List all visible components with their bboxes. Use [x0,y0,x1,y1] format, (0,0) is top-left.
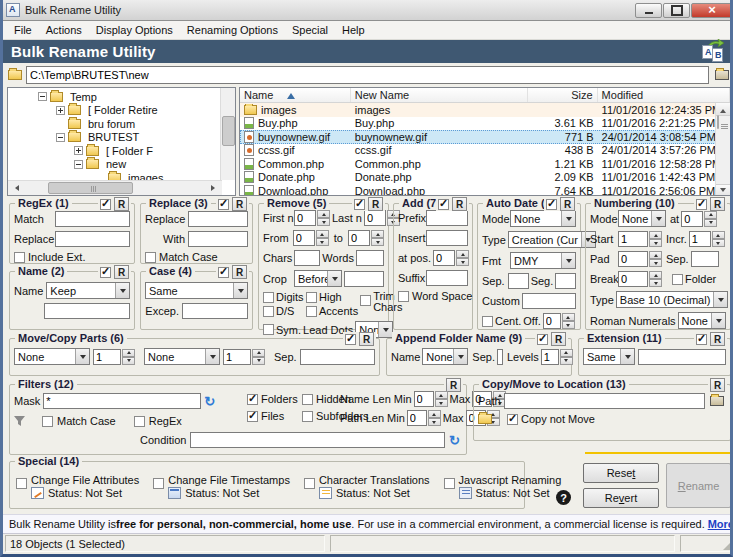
remove-high-checkbox[interactable] [306,292,317,303]
append-folder-reset-button[interactable]: R [551,332,566,346]
move-copy-part1-dropdown[interactable]: None [14,348,90,365]
numbering-break-spinner[interactable] [618,271,662,287]
spin-down-icon[interactable] [562,321,575,329]
javascript-renaming-checkbox[interactable] [444,478,455,489]
chevron-down-icon[interactable] [453,349,467,364]
case-reset-button[interactable]: R [232,265,247,279]
spin-up-icon[interactable] [712,231,725,239]
name-enable-checkbox[interactable] [100,267,111,278]
regex-replace-input[interactable] [55,231,130,247]
filters-mask-input[interactable] [43,393,201,409]
extension-mode-dropdown[interactable]: Same [583,348,635,365]
spin-down-icon[interactable] [560,357,573,365]
replace-search-input[interactable] [188,211,248,227]
filters-condition-input[interactable] [190,432,445,448]
scroll-down-icon[interactable] [720,188,726,195]
spin-up-icon[interactable] [560,349,573,357]
add-enable-checkbox[interactable] [438,199,449,210]
remove-ds-checkbox[interactable] [263,306,274,317]
character-translations-checkbox[interactable] [304,478,315,489]
chevron-down-icon[interactable] [205,349,219,364]
spin-up-icon[interactable] [649,251,662,259]
remove-digits-checkbox[interactable] [263,292,274,303]
regex-match-input[interactable] [55,211,130,227]
file-row[interactable]: Donate.php Donate.php 2.09 KB 11/01/2016… [240,171,730,185]
filters-subfolders-checkbox[interactable] [302,411,313,422]
add-prefix-input[interactable] [426,210,468,226]
file-row[interactable]: ccss.gif ccss.gif 438 B 24/01/2014 3:57:… [240,144,730,158]
file-row[interactable]: images images 11/01/2016 12:24:35 PM [240,103,730,117]
spin-down-icon[interactable] [649,239,662,247]
spin-down-icon[interactable] [371,238,384,246]
replace-enable-checkbox[interactable] [218,199,229,210]
spin-up-icon[interactable] [562,313,575,321]
spin-down-icon[interactable] [704,219,717,227]
auto-date-fmt-dropdown[interactable]: DMY [510,252,576,269]
chevron-down-icon[interactable] [75,349,89,364]
collapse-icon[interactable] [38,92,47,101]
rename-button[interactable]: Rename [666,463,731,508]
close-button[interactable] [691,3,733,18]
menu-special[interactable]: Special [285,22,335,38]
copy-move-path-input[interactable] [504,393,705,409]
replace-with-input[interactable] [188,231,248,247]
move-copy-sep-input[interactable] [300,349,375,365]
filters-match-case-checkbox[interactable] [42,416,53,427]
filters-path-len-min-spinner[interactable] [407,410,441,426]
chevron-down-icon[interactable] [327,271,341,286]
change-file-timestamps-checkbox[interactable] [153,478,164,489]
tree-item-bru-forum[interactable]: bru forum [10,117,235,131]
auto-date-off-spinner[interactable] [543,313,575,329]
refresh-icon[interactable]: ↻ [204,396,215,407]
collapse-icon[interactable] [74,160,83,169]
move-copy-count1-spinner[interactable] [93,349,135,365]
spin-down-icon[interactable] [252,357,265,365]
case-mode-dropdown[interactable]: Same [145,282,248,299]
move-copy-enable-checkbox[interactable] [345,334,356,345]
resize-grip[interactable] [723,541,732,550]
remove-enable-checkbox[interactable] [354,199,365,210]
browse-folder-button[interactable] [713,68,731,82]
file-row[interactable]: Common.php Common.php 1.21 KB 11/01/2016… [240,157,730,171]
filters-hidden-checkbox[interactable] [302,394,313,405]
numbering-reset-button[interactable]: R [710,197,725,211]
file-row[interactable]: Download.php Download.php 7.64 KB 11/01/… [240,184,730,196]
spin-up-icon[interactable] [456,250,469,258]
spin-down-icon[interactable] [428,418,441,426]
add-insert-input[interactable] [426,230,468,246]
tree-item-temp[interactable]: Temp [10,90,235,104]
remove-words-input[interactable] [356,250,384,266]
spin-down-icon[interactable] [712,239,725,247]
column-header-modified[interactable]: Modified [598,88,730,102]
move-copy-reset-button[interactable]: R [359,332,374,346]
minimize-button[interactable] [635,3,662,18]
menu-display-options[interactable]: Display Options [89,22,180,38]
spin-down-icon[interactable] [122,357,135,365]
replace-reset-button[interactable]: R [232,197,247,211]
spin-up-icon[interactable] [704,211,717,219]
column-header-name[interactable]: Name [240,88,351,102]
append-folder-enable-checkbox[interactable] [537,334,548,345]
tree-item-folder-retire[interactable]: [ Folder Retire [10,104,235,118]
menu-actions[interactable]: Actions [39,22,89,38]
filters-name-len-min-spinner[interactable] [414,391,448,407]
auto-date-sep-input[interactable] [508,273,529,289]
spin-down-icon[interactable] [316,238,329,246]
move-copy-part2-dropdown[interactable]: None [144,348,220,365]
remove-crop-dropdown[interactable]: Before [294,270,342,287]
append-folder-name-dropdown[interactable]: None [422,348,468,365]
spin-up-icon[interactable] [428,410,441,418]
spin-up-icon[interactable] [317,210,330,218]
chevron-down-icon[interactable] [378,322,392,337]
tree-horizontal-scrollbar[interactable] [8,180,222,195]
spin-up-icon[interactable] [316,230,329,238]
numbering-start-spinner[interactable] [618,231,662,247]
auto-date-cent-checkbox[interactable] [482,316,493,327]
extension-enable-checkbox[interactable] [696,334,707,345]
add-word-space-checkbox[interactable] [398,291,409,302]
expand-icon[interactable] [74,146,83,155]
copy-move-browse-button[interactable] [708,394,726,408]
up-folder-icon[interactable] [8,70,22,80]
help-icon[interactable]: ? [556,490,571,505]
numbering-enable-checkbox[interactable] [696,199,707,210]
